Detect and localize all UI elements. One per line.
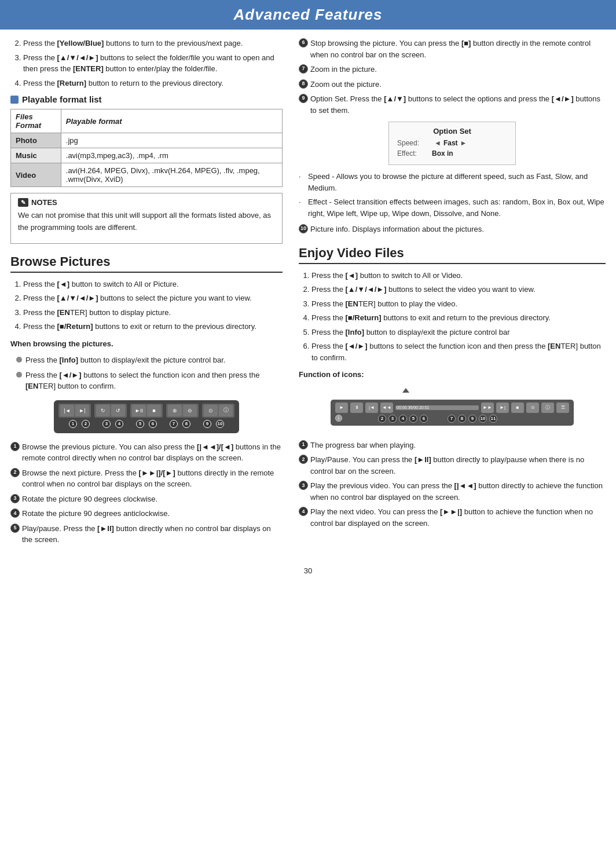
vid-num-4: 4 Play the next video. You can press the… [299,506,606,529]
page-number: 30 [304,566,312,575]
video-steps: Press the [◄] button to switch to All or… [299,270,606,364]
pic-num-7: 7 Zoom in the picture. [299,64,606,75]
vcb-num-9: 9 [468,415,476,423]
info-icon: ⓘ [219,405,233,416]
video-step-2: Press the [▲/▼/◄/►] buttons to select th… [311,284,606,295]
vid-num-3: 3 Play the previous video. You can press… [299,480,606,503]
speed-note: Speed - Allows you to browse the picture… [299,171,606,193]
vcb-num-11: 11 [489,415,497,423]
when-browsing-item-2: Press the [◄/►] buttons to select the fu… [16,370,283,392]
option-set-box: Option Set Speed: ◄ Fast ► Effect: Box i… [388,122,516,165]
playable-format-title: Playable format list [10,94,283,104]
num-8: 8 [182,420,190,428]
num-5: 5 [136,420,144,428]
browse-pictures-title: Browse Pictures [10,254,283,273]
notes-title: ✎ NOTES [18,198,275,207]
pic-num-5: 5 Play/pause. Press the [►II] button dir… [10,523,283,546]
rotate-ccw-icon: ↺ [111,405,125,416]
vcb-next: ►| [496,403,509,413]
notes-text: We can not promise that this unit will s… [18,210,275,234]
pic-num-3: 3 Rotate the picture 90 degrees clockwis… [10,493,283,505]
vid-num-1: 1 The progress bar when playing. [299,440,606,451]
intro-item-2: Press the [▲/▼/◄/►] buttons to select th… [23,52,283,75]
vcb-stop: ■ [511,403,524,413]
effect-note: Effect - Select transition effects betwe… [299,196,606,219]
vcb-forward: ►► [481,403,494,413]
play-pause-icon: ►II [132,405,146,416]
vcb-rewind: ◄◄ [380,403,393,413]
playable-format-table: Files Format Playable format Photo .jpg … [10,109,283,187]
table-row: Video .avi(H.264, MPEG, Divx), .mkv(H.26… [11,163,283,187]
function-icons-title: Function of icons: [299,369,606,381]
notes-icon: ✎ [18,198,28,207]
num-2: 2 [82,420,90,428]
prev-pic-icon: |◄ [60,405,74,416]
video-step-5: Press the [Info] button to display/exit … [311,327,606,338]
num-6: 6 [149,420,157,428]
video-control-bar-wrapper: ► ⏸ |◄ ◄◄ 00:00:36/00:20:01 ►► ►| ■ ⊙ ⓘ … [299,388,606,433]
intro-list: Press the [Yellow/Blue] buttons to turn … [10,38,283,89]
table-row: Photo .jpg [11,133,283,148]
speed-option-row: Speed: ◄ Fast ► [397,139,507,147]
when-browsing-title: When browsing the pictures. [10,338,283,350]
option-notes: Speed - Allows you to browse the picture… [299,171,606,219]
format-video-label: Video [11,163,61,187]
vcb-num-5: 5 [409,415,417,423]
header-title: Advanced Features [234,6,383,23]
pic-num-1: 1 Browse the previous picture. You can a… [10,441,283,464]
video-control-bar: ► ⏸ |◄ ◄◄ 00:00:36/00:20:01 ►► ►| ■ ⊙ ⓘ … [331,400,574,426]
right-column: 6 Stop browsing the picture. You can pre… [299,38,606,549]
vcb-progress: 00:00:36/00:20:01 [395,405,479,410]
format-video-value: .avi(H.264, MPEG, Divx), .mkv(H.264, MPE… [61,163,282,187]
vcb-num-3: 3 [388,415,397,423]
notes-box: ✎ NOTES We can not promise that this uni… [10,193,283,244]
vcb-time: 00:00:36/00:20:01 [397,405,429,409]
num-10: 10 [216,420,224,428]
video-step-1: Press the [◄] button to switch to All or… [311,270,606,281]
left-column: Press the [Yellow/Blue] buttons to turn … [10,38,283,549]
enjoy-video-title: Enjoy Video Files [299,246,606,264]
col-files-format: Files Format [11,109,61,133]
vcb-num-10: 10 [479,415,487,423]
rotate-cw-icon: ↻ [96,405,110,416]
vcb-pause: ⏸ [350,403,363,413]
vcb-num-8: 8 [458,415,466,423]
vcb-prev: |◄ [365,403,378,413]
col-playable-format: Playable format [61,109,282,133]
page-footer: 30 [0,566,616,581]
picture-control-bar: |◄ ►| ↻ ↺ ►II ■ ⊕ ⊖ ⊙ ⓘ [54,400,239,433]
vcb-options: ⊙ [526,403,539,413]
pic-control-num-list-right: 6 Stop browsing the picture. You can pre… [299,38,606,235]
num-9: 9 [203,420,211,428]
zoom-out-icon: ⊖ [183,405,197,416]
vcb-num-6: 6 [420,415,428,423]
pic-num-2: 2 Browse the next picture. Press the [►►… [10,467,283,490]
pic-num-4: 4 Rotate the picture 90 degrees anticloc… [10,508,283,520]
page-header: Advanced Features [0,0,616,30]
browse-step-4: Press the [■/Return] buttons to exit or … [23,321,283,332]
stop-icon: ■ [147,405,161,416]
vcb-num-7: 7 [448,415,456,423]
pic-num-8: 8 Zoom out the picture. [299,79,606,90]
table-row: Music .avi(mp3,mpeg,ac3), .mp4, .rm [11,148,283,163]
vcb-num-2: 2 [378,415,386,423]
effect-option-row: Effect: Box in [397,149,507,158]
browse-step-3: Press the [ENTER] button to display pict… [23,307,283,319]
format-music-label: Music [11,148,61,163]
next-pic-icon: ►| [75,405,89,416]
speed-value: Fast [443,139,458,147]
intro-item-3: Press the [Return] button to return to t… [23,78,283,89]
option-set-title: Option Set [397,127,507,136]
pic-num-6: 6 Stop browsing the picture. You can pre… [299,38,606,60]
when-browsing-list: Press the [Info] button to display/exit … [10,354,283,392]
vid-num-2: 2 Play/Pause. You can press the [►II] bu… [299,454,606,477]
format-photo-value: .jpg [61,133,282,148]
effect-label: Effect: [397,149,432,158]
pic-num-10: 10 Picture info. Displays information ab… [299,224,606,235]
browse-step-2: Press the [▲/▼/◄/►] buttons to select th… [23,292,283,304]
speed-left-arrow: ◄ [434,139,441,147]
video-step-6: Press the [◄/►] buttons to select the fu… [311,341,606,363]
video-num-list: 1 The progress bar when playing. 2 Play/… [299,440,606,529]
when-browsing-item-1: Press the [Info] button to display/exit … [16,354,283,366]
pic-control-num-list: 1 Browse the previous picture. You can a… [10,441,283,546]
